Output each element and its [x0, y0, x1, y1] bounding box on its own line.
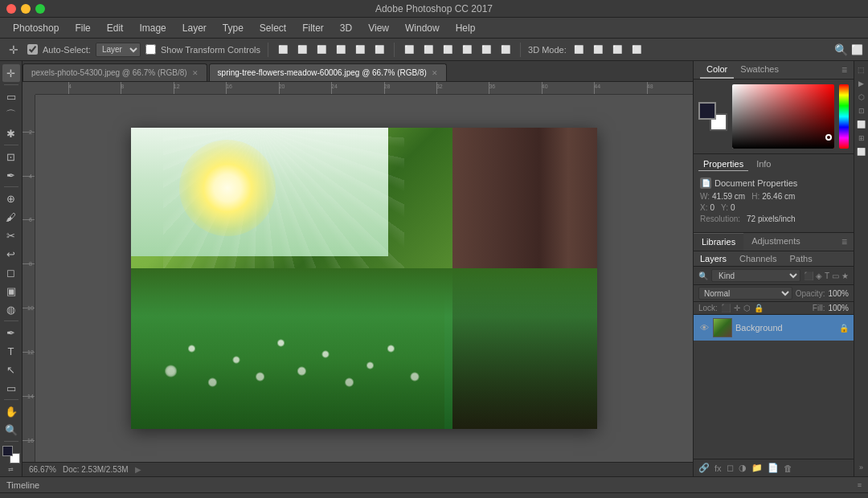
- lock-move-icon[interactable]: ✛: [734, 304, 740, 312]
- right-tool-5[interactable]: ⬜: [856, 119, 867, 130]
- minimize-button[interactable]: [21, 4, 31, 14]
- align-right-icon[interactable]: ⬜: [314, 43, 329, 57]
- new-group-icon[interactable]: 📁: [751, 463, 763, 473]
- eraser-tool[interactable]: ◻: [2, 263, 20, 281]
- history-panel-icon[interactable]: ⬚: [856, 64, 867, 76]
- fg-bg-swatches[interactable]: [698, 102, 727, 131]
- add-mask-icon[interactable]: ◻: [727, 463, 734, 473]
- 3d-scale-icon[interactable]: ⬜: [629, 43, 644, 57]
- color-gradient[interactable]: [732, 84, 834, 149]
- color-hue-slider[interactable]: [839, 84, 849, 149]
- swatches-tab[interactable]: Swatches: [734, 61, 785, 79]
- tab-close-1[interactable]: ✕: [192, 69, 199, 77]
- spot-healing-tool[interactable]: ⊕: [2, 190, 20, 207]
- menu-edit[interactable]: Edit: [100, 21, 130, 35]
- distribute-left-icon[interactable]: ⬜: [402, 43, 416, 57]
- document-canvas[interactable]: [131, 128, 597, 429]
- foreground-swatch[interactable]: [698, 102, 716, 120]
- search-icon[interactable]: 🔍: [834, 43, 848, 56]
- distribute-bottom-icon[interactable]: ⬜: [498, 43, 513, 57]
- filter-type-icon[interactable]: T: [825, 271, 829, 280]
- layer-visibility-icon[interactable]: 👁: [698, 322, 710, 333]
- lock-pixels-icon[interactable]: ⬛: [721, 304, 731, 312]
- right-tool-6[interactable]: ⊞: [856, 133, 867, 144]
- tab-pexels-54300[interactable]: pexels-photo-54300.jpeg @ 66.7% (RGB/8) …: [23, 63, 207, 81]
- align-center-v-icon[interactable]: ⬜: [353, 43, 367, 57]
- distribute-right-icon[interactable]: ⬜: [440, 43, 455, 57]
- tab-spring-60006[interactable]: spring-tree-flowers-meadow-60006.jpeg @ …: [209, 63, 447, 81]
- move-tool[interactable]: ✛: [2, 64, 20, 82]
- new-fill-layer-icon[interactable]: ◑: [739, 463, 747, 473]
- lock-all-icon[interactable]: 🔒: [754, 304, 764, 312]
- auto-select-dropdown[interactable]: Layer Group: [96, 43, 141, 57]
- 3d-pan-icon[interactable]: ⬜: [591, 43, 605, 57]
- menu-view[interactable]: View: [362, 21, 395, 35]
- libraries-options-icon[interactable]: ≡: [835, 233, 854, 251]
- timeline-options-icon[interactable]: ≡: [858, 481, 862, 489]
- pen-tool[interactable]: ✒: [2, 324, 20, 341]
- adjustments-tab[interactable]: Adjustments: [743, 233, 809, 251]
- brush-tool[interactable]: 🖌: [2, 208, 20, 226]
- menu-image[interactable]: Image: [133, 21, 172, 35]
- hand-tool[interactable]: ✋: [2, 402, 20, 420]
- menu-3d[interactable]: 3D: [334, 21, 358, 35]
- workspace-icon[interactable]: ⬜: [851, 44, 863, 55]
- distribute-top-icon[interactable]: ⬜: [460, 43, 474, 57]
- 3d-rotate-icon[interactable]: ⬜: [571, 43, 586, 57]
- distribute-center-h-icon[interactable]: ⬜: [421, 43, 436, 57]
- channels-tab[interactable]: Channels: [733, 251, 783, 266]
- quick-select-tool[interactable]: ✱: [2, 124, 20, 142]
- auto-select-checkbox[interactable]: [27, 44, 38, 55]
- filter-pixel-icon[interactable]: ⬛: [804, 271, 813, 280]
- menu-photoshop[interactable]: Photoshop: [6, 21, 65, 35]
- arrow-icon[interactable]: ▶: [135, 465, 141, 474]
- filter-adjust-icon[interactable]: ◈: [816, 271, 822, 280]
- color-picker[interactable]: [732, 84, 834, 149]
- maximize-button[interactable]: [35, 4, 45, 14]
- shape-tool[interactable]: ▭: [2, 379, 20, 397]
- close-button[interactable]: [6, 4, 16, 14]
- zoom-tool[interactable]: 🔍: [2, 421, 20, 439]
- tab-close-2[interactable]: ✕: [432, 69, 438, 77]
- art-panel-icon[interactable]: ⬡: [856, 92, 867, 103]
- link-layers-icon[interactable]: 🔗: [698, 463, 710, 473]
- lasso-tool[interactable]: ⌒: [2, 106, 20, 124]
- paths-tab[interactable]: Paths: [784, 251, 819, 266]
- align-center-h-icon[interactable]: ⬜: [295, 43, 309, 57]
- swap-colors-icon[interactable]: ⇄: [8, 466, 14, 473]
- libraries-tab[interactable]: Libraries: [694, 233, 743, 251]
- align-top-icon[interactable]: ⬜: [334, 43, 348, 57]
- menu-file[interactable]: File: [68, 21, 96, 35]
- transform-controls-checkbox[interactable]: [145, 44, 156, 55]
- layers-tab[interactable]: Layers: [694, 251, 733, 266]
- blend-mode-select[interactable]: Normal Dissolve Multiply: [698, 287, 792, 300]
- gradient-tool[interactable]: ▣: [2, 282, 20, 300]
- history-brush-tool[interactable]: ↩: [2, 245, 20, 263]
- path-select-tool[interactable]: ↖: [2, 361, 20, 378]
- menu-type[interactable]: Type: [216, 21, 250, 35]
- menu-window[interactable]: Window: [399, 21, 446, 35]
- menu-filter[interactable]: Filter: [296, 21, 330, 35]
- menu-layer[interactable]: Layer: [176, 21, 213, 35]
- 3d-slide-icon[interactable]: ⬜: [610, 43, 624, 57]
- marquee-tool[interactable]: ▭: [2, 88, 20, 105]
- new-layer-icon[interactable]: 📄: [768, 463, 779, 473]
- filter-smart-icon[interactable]: ★: [841, 271, 849, 280]
- menu-help[interactable]: Help: [449, 21, 482, 35]
- info-tab[interactable]: Info: [751, 157, 776, 171]
- crop-tool[interactable]: ⊡: [2, 148, 20, 165]
- fg-bg-color-swatch[interactable]: [2, 446, 20, 463]
- color-tab[interactable]: Color: [700, 61, 734, 79]
- right-tool-7[interactable]: ⬜: [856, 146, 867, 157]
- eyedropper-tool[interactable]: ✒: [2, 166, 20, 184]
- lock-artboards-icon[interactable]: ⬡: [743, 304, 751, 312]
- foreground-color[interactable]: [2, 446, 13, 456]
- type-tool[interactable]: T: [2, 342, 20, 360]
- dodge-tool[interactable]: ◍: [2, 300, 20, 318]
- distribute-center-v-icon[interactable]: ⬜: [479, 43, 493, 57]
- clone-stamp-tool[interactable]: ✂: [2, 227, 20, 244]
- filter-shape-icon[interactable]: ▭: [832, 271, 839, 280]
- align-left-icon[interactable]: ⬜: [276, 43, 290, 57]
- align-bottom-icon[interactable]: ⬜: [372, 43, 387, 57]
- layer-filter-select[interactable]: Kind Name Effect: [711, 269, 800, 282]
